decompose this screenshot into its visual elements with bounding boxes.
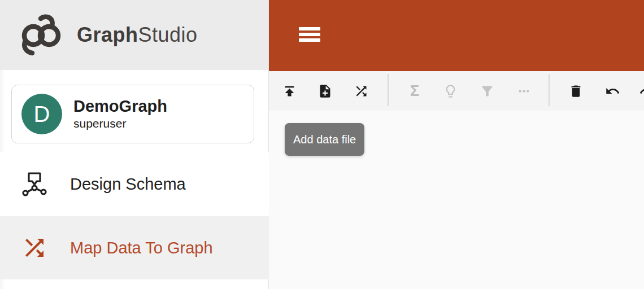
graphstudio-gs-logo-icon xyxy=(18,14,70,56)
graph-card-text: DemoGraph superuser xyxy=(73,98,167,131)
filter-icon xyxy=(476,79,498,103)
toolbar-separator xyxy=(388,74,389,106)
logo-bar: GraphStudio xyxy=(0,0,268,70)
app-title-light: Studio xyxy=(138,23,198,47)
main-canvas: Add data file xyxy=(269,111,644,289)
redo-icon[interactable] xyxy=(635,79,644,103)
more-options-icon xyxy=(512,79,535,103)
map-data-shuffle-icon xyxy=(21,234,48,261)
sidebar-item-label: Design Schema xyxy=(70,152,186,216)
user-role: superuser xyxy=(73,117,167,130)
upload-all-icon[interactable] xyxy=(278,79,301,103)
sidebar-item-label: Map Data To Graph xyxy=(70,216,213,279)
map-data-shuffle-icon[interactable] xyxy=(350,79,372,103)
toolbar-separator xyxy=(549,74,550,106)
graph-avatar: D xyxy=(21,94,62,134)
sidebar: GraphStudio D DemoGraph superuser Design… xyxy=(0,0,269,289)
aggregate-sigma-icon: Σ xyxy=(403,79,426,103)
hamburger-menu-icon[interactable] xyxy=(299,27,320,42)
undo-icon[interactable] xyxy=(601,79,624,103)
toolbar: Σ xyxy=(269,71,644,111)
graphstudio-app: GraphStudio D DemoGraph superuser Design… xyxy=(0,0,644,289)
app-title: GraphStudio xyxy=(77,0,198,70)
app-title-bold: Graph xyxy=(77,23,138,47)
graph-name: DemoGraph xyxy=(73,98,167,116)
design-schema-icon xyxy=(21,170,48,198)
sigma-glyph: Σ xyxy=(410,84,419,99)
sidebar-item-design-schema[interactable]: Design Schema xyxy=(0,152,269,216)
delete-icon[interactable] xyxy=(564,79,587,103)
preview-lightbulb-icon xyxy=(439,79,462,103)
add-data-file-tooltip: Add data file xyxy=(285,123,364,156)
graph-selector-card[interactable]: D DemoGraph superuser xyxy=(11,85,254,143)
sidebar-item-map-data-to-graph[interactable]: Map Data To Graph xyxy=(0,216,269,279)
top-header xyxy=(269,0,644,71)
add-data-file-icon[interactable] xyxy=(314,79,336,103)
